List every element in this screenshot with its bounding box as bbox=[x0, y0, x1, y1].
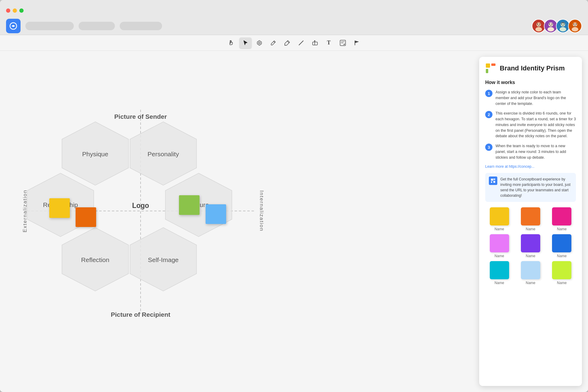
svg-point-4 bbox=[535, 27, 542, 31]
svg-rect-24 bbox=[313, 42, 317, 45]
nav-item-2[interactable] bbox=[79, 22, 115, 30]
traffic-lights bbox=[6, 8, 24, 13]
browser-chrome bbox=[0, 0, 588, 17]
flag-tool[interactable] bbox=[351, 37, 363, 48]
swatch-color-0 bbox=[490, 207, 509, 225]
top-nav bbox=[0, 17, 588, 35]
swatch-label-0: Name bbox=[495, 227, 504, 231]
swatch-item-2: Name bbox=[548, 207, 576, 231]
svg-point-13 bbox=[561, 22, 565, 27]
close-button[interactable] bbox=[6, 8, 10, 13]
step-num-1: 1 bbox=[485, 90, 492, 97]
step-num-2: 2 bbox=[485, 111, 492, 118]
svg-point-20 bbox=[573, 23, 575, 24]
svg-rect-38 bbox=[486, 69, 488, 73]
swatch-item-3: Name bbox=[485, 234, 513, 258]
swatch-color-6 bbox=[490, 261, 509, 279]
info-panel: Brand Identity Prism How it works 1 Assi… bbox=[479, 57, 582, 386]
svg-point-16 bbox=[564, 23, 565, 24]
how-it-works-title: How it works bbox=[485, 80, 576, 85]
swatch-item-8: Name bbox=[548, 261, 576, 285]
svg-rect-36 bbox=[486, 63, 490, 68]
panel-title: Brand Identity Prism bbox=[500, 64, 565, 72]
swatch-label-7: Name bbox=[526, 281, 535, 285]
panel-promo: Get the full Conceptboard experience by … bbox=[485, 173, 576, 202]
svg-point-10 bbox=[549, 23, 551, 24]
step-text-2: This exercise is divided into 6 rounds, … bbox=[495, 111, 576, 139]
swatch-color-4 bbox=[521, 234, 540, 252]
cursor-tool[interactable] bbox=[239, 37, 252, 48]
swatch-item-1: Name bbox=[516, 207, 544, 231]
panel-link[interactable]: Learn more at https://concep... bbox=[485, 164, 576, 169]
svg-point-6 bbox=[539, 23, 541, 24]
avatar-user4[interactable] bbox=[568, 19, 582, 33]
panel-step-3: 3 When the team is ready to move to a ne… bbox=[485, 143, 576, 160]
maximize-button[interactable] bbox=[19, 8, 24, 13]
swatch-color-8 bbox=[552, 261, 571, 279]
sticky-tool[interactable] bbox=[337, 37, 349, 48]
swatch-item-4: Name bbox=[516, 234, 544, 258]
personality-label: Personality bbox=[148, 151, 179, 158]
svg-point-5 bbox=[537, 23, 538, 24]
sticky-yellow bbox=[49, 198, 70, 218]
browser-window: T Picture bbox=[0, 0, 588, 392]
svg-rect-37 bbox=[491, 63, 495, 66]
minimize-button[interactable] bbox=[13, 8, 17, 13]
sticky-blue bbox=[206, 204, 226, 224]
swatch-label-8: Name bbox=[557, 281, 567, 285]
svg-rect-41 bbox=[491, 181, 492, 183]
svg-point-22 bbox=[258, 42, 260, 44]
reflection-label: Reflection bbox=[81, 256, 109, 264]
promo-text: Get the full Conceptboard experience by … bbox=[500, 177, 572, 198]
svg-text:Picture of Recipient: Picture of Recipient bbox=[111, 311, 170, 318]
svg-text:Logo: Logo bbox=[132, 202, 149, 209]
line-tool[interactable] bbox=[295, 37, 307, 48]
swatch-item-6: Name bbox=[485, 261, 513, 285]
svg-point-11 bbox=[551, 23, 553, 24]
user-avatars bbox=[532, 19, 582, 33]
canvas-area: Picture of Sender Picture of Recipient E… bbox=[0, 51, 588, 392]
hand-tool[interactable] bbox=[226, 37, 238, 48]
swatch-color-1 bbox=[521, 207, 540, 225]
toolbar: T bbox=[0, 35, 588, 51]
sticky-green bbox=[179, 195, 200, 215]
step-text-3: When the team is ready to move to a new … bbox=[495, 143, 576, 160]
text-tool[interactable]: T bbox=[323, 37, 335, 48]
svg-text:Picture of Sender: Picture of Sender bbox=[114, 113, 167, 120]
nav-item-1[interactable] bbox=[25, 22, 74, 30]
sticky-orange bbox=[76, 207, 96, 227]
swatch-label-3: Name bbox=[495, 254, 504, 258]
svg-point-1 bbox=[12, 25, 14, 27]
hexagon-grid: Picture of Sender Picture of Recipient E… bbox=[0, 51, 479, 392]
physique-label: Physique bbox=[82, 151, 108, 158]
swatch-label-4: Name bbox=[526, 254, 535, 258]
svg-rect-42 bbox=[493, 181, 495, 183]
svg-point-9 bbox=[547, 27, 554, 31]
swatch-item-0: Name bbox=[485, 207, 513, 231]
svg-line-23 bbox=[299, 41, 303, 45]
svg-point-21 bbox=[576, 23, 577, 24]
swatch-color-7 bbox=[521, 261, 540, 279]
step-num-3: 3 bbox=[485, 144, 492, 151]
swatch-label-6: Name bbox=[495, 281, 504, 285]
nav-item-3[interactable] bbox=[120, 22, 162, 30]
swatch-color-5 bbox=[552, 234, 571, 252]
hex-reflection: Reflection bbox=[59, 226, 132, 294]
shapes-tool[interactable] bbox=[253, 37, 265, 48]
pen-tool[interactable] bbox=[267, 37, 279, 48]
svg-rect-40 bbox=[493, 179, 495, 180]
marker-tool[interactable] bbox=[281, 37, 293, 48]
svg-text:Internalization: Internalization bbox=[259, 190, 265, 232]
panel-step-1: 1 Assign a sticky note color to each tea… bbox=[485, 89, 576, 106]
svg-rect-39 bbox=[491, 179, 493, 181]
panel-header: Brand Identity Prism bbox=[485, 63, 576, 74]
swatch-label-2: Name bbox=[557, 227, 567, 231]
eraser-tool[interactable] bbox=[309, 37, 321, 48]
swatch-color-3 bbox=[490, 234, 509, 252]
swatch-color-2 bbox=[552, 207, 571, 225]
app-logo[interactable] bbox=[6, 19, 21, 33]
swatch-label-1: Name bbox=[526, 227, 535, 231]
svg-point-8 bbox=[549, 22, 553, 27]
step-text-1: Assign a sticky note color to each team … bbox=[495, 89, 576, 106]
panel-icon bbox=[485, 63, 496, 74]
